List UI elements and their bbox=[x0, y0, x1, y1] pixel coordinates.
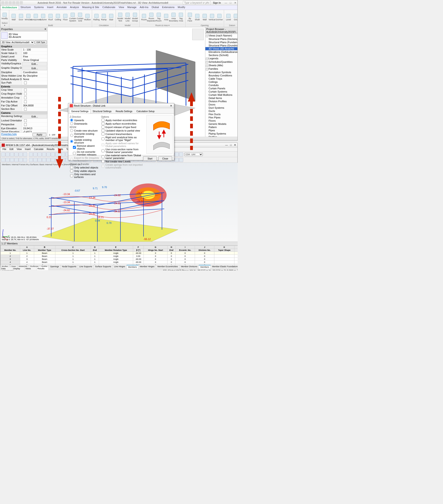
signin-label[interactable]: Sign In bbox=[213, 1, 221, 4]
tree-division-profiles[interactable]: Division Profiles bbox=[205, 100, 237, 103]
rel-check[interactable]: Export release of type fixed bbox=[101, 126, 145, 128]
model-text-button[interactable]: Model Text bbox=[117, 10, 124, 24]
create-radio[interactable]: Create new structure bbox=[70, 129, 100, 132]
ramp-button[interactable]: Ramp bbox=[100, 10, 107, 24]
toolbtn-rfem-tools2-9[interactable] bbox=[42, 158, 46, 162]
dialog-titlebar[interactable]: Revit Structure - Dlubal Link ✕ bbox=[68, 103, 174, 108]
instance-selector[interactable]: 3D View: Architekturmodell bbox=[1, 40, 34, 44]
menu-view[interactable]: View bbox=[15, 147, 23, 151]
menu-insert[interactable]: Insert bbox=[23, 147, 32, 151]
prop-far-clip-offset[interactable]: Far Clip Offset304,8000 bbox=[0, 104, 47, 107]
navtab-data[interactable]: Data bbox=[0, 267, 0, 269]
toolbtn-rfem-tools2-4[interactable] bbox=[19, 158, 23, 162]
tbltab-nodal-supports[interactable]: Nodal Supports bbox=[61, 265, 78, 269]
toolbtn-rfem-tools-38[interactable] bbox=[175, 152, 179, 157]
downwards-radio[interactable]: Downwards bbox=[70, 122, 100, 125]
tree-structural-plans-deckenpl-ne-[interactable]: Structural Plans (Deckenpläne) bbox=[205, 37, 237, 41]
tbltab-openings[interactable]: Openings bbox=[49, 265, 61, 269]
update-radio[interactable]: Update existing structure bbox=[70, 139, 100, 144]
room-separator-button[interactable]: Room Separator bbox=[148, 10, 155, 24]
tbltab-line-hinges[interactable]: Line Hinges bbox=[113, 265, 127, 269]
tree-flex-ducts[interactable]: Flex Ducts bbox=[205, 113, 237, 116]
csname-check[interactable]: Use cross-section name from 'Dlubal name… bbox=[101, 148, 145, 153]
floor-button[interactable]: Floor bbox=[62, 10, 69, 24]
window-button[interactable]: Window bbox=[25, 10, 32, 24]
railing-button[interactable]: Railing bbox=[93, 10, 100, 24]
tree-legends[interactable]: −Legends bbox=[205, 57, 237, 60]
prop-section-box[interactable]: Section Box bbox=[0, 107, 47, 111]
prop-discipline[interactable]: DisciplineCoordination bbox=[0, 71, 47, 74]
matname-check[interactable]: Use material name from 'Dlubal name' par… bbox=[101, 154, 145, 160]
component-button[interactable]: Component bbox=[32, 10, 39, 24]
tree-sheets-alle-[interactable]: −Sheets (Alle) bbox=[205, 64, 237, 67]
model-line-button[interactable]: Model Line bbox=[124, 10, 131, 24]
close-button[interactable]: Close bbox=[158, 156, 172, 161]
tbltab-member-divisions[interactable]: Member Divisions bbox=[179, 265, 199, 269]
tab-architecture[interactable]: Architecture bbox=[0, 5, 19, 10]
prop-parts-visibility[interactable]: Parts VisibilityShow Original bbox=[0, 58, 47, 62]
start-button[interactable]: Start bbox=[143, 156, 157, 161]
close-panel-icon[interactable]: ✕ bbox=[44, 28, 46, 31]
tree-detail-items[interactable]: Detail Items bbox=[205, 96, 237, 100]
tree-views-nach-namen-[interactable]: −Views (nach Namen) bbox=[205, 34, 237, 37]
tab-modify[interactable]: Modify bbox=[176, 5, 187, 10]
roof-button[interactable]: Roof bbox=[47, 10, 54, 24]
curtain-system-button[interactable]: Curtain System bbox=[69, 10, 76, 24]
prop-sun-path[interactable]: Sun Path bbox=[0, 81, 47, 85]
apply-button[interactable]: Apply bbox=[33, 133, 46, 136]
viewcube[interactable] bbox=[192, 29, 204, 40]
prop-scale-value-1-[interactable]: Scale Value 1:100 bbox=[0, 52, 47, 55]
toolbtn-rfem-tools-9[interactable] bbox=[42, 152, 46, 157]
menu-calculate[interactable]: Calculate bbox=[33, 147, 45, 151]
stair-button[interactable]: Stair bbox=[108, 10, 115, 24]
prop-crop-region-visible[interactable]: Crop Region Visible bbox=[0, 92, 47, 96]
tab-add-ins[interactable]: Add-Ins bbox=[138, 5, 150, 10]
toolbtn-rfem-tools2-5[interactable] bbox=[23, 158, 27, 162]
tree-flex-pipes[interactable]: Flex Pipes bbox=[205, 116, 237, 119]
toolbtn-rfem-tools2-10[interactable] bbox=[46, 158, 51, 162]
toolbtn-rfem-tools2-1[interactable] bbox=[5, 158, 10, 162]
tree-sections-schnitt-[interactable]: Sections (Schnitt) bbox=[205, 54, 237, 57]
dormer-button[interactable]: Dormer bbox=[216, 10, 223, 24]
tree-structural-plans-grundrisse-[interactable]: Structural Plans (Grundrisse) bbox=[205, 44, 237, 47]
tab-view[interactable]: View bbox=[117, 5, 126, 10]
toolbtn-rfem-tools-10[interactable] bbox=[46, 152, 51, 157]
toolbtn-rfem-tools-1[interactable] bbox=[5, 152, 10, 157]
tbltab-line-supports[interactable]: Line Supports bbox=[78, 265, 94, 269]
tree-doors[interactable]: Doors bbox=[205, 103, 237, 106]
tree-curtain-wall-mullions[interactable]: Curtain Wall Mullions bbox=[205, 93, 237, 96]
tree-curtain-systems[interactable]: Curtain Systems bbox=[205, 90, 237, 93]
ecc-s-check[interactable]: Apply surface eccentricities bbox=[101, 122, 145, 125]
tab-manage[interactable]: Manage bbox=[126, 5, 138, 10]
tbltab-members[interactable]: Members bbox=[199, 265, 211, 269]
prop-annotation-crop[interactable]: Annotation Crop bbox=[0, 96, 47, 100]
conn-check[interactable]: Connect lines/members bbox=[101, 132, 145, 135]
tag-room-button[interactable]: Tag Room bbox=[155, 10, 162, 24]
dlg-tab-results-settings[interactable]: Results Settings bbox=[113, 109, 134, 113]
prop-far-clip-active[interactable]: Far Clip Active bbox=[0, 100, 47, 104]
toolbtn-rfem-tools-7[interactable] bbox=[33, 152, 37, 157]
tab-dlubal[interactable]: Dlubal bbox=[150, 5, 160, 10]
curtain-grid-button[interactable]: Curtain Grid bbox=[77, 10, 84, 24]
rfem-min-icon[interactable]: — bbox=[225, 144, 228, 146]
members-table[interactable]: ABCDEFGHIJKLMNOMember No.Line No.Member … bbox=[0, 246, 238, 265]
close-icon[interactable]: ✕ bbox=[234, 1, 236, 4]
only-members-check[interactable]: Only members and surfaces bbox=[70, 173, 100, 178]
help-search-input[interactable] bbox=[183, 1, 211, 5]
by-face-button[interactable]: By Face bbox=[186, 10, 193, 24]
prop-detail-level[interactable]: Detail LevelFine bbox=[0, 55, 47, 58]
toolbtn-rfem-tools-6[interactable] bbox=[29, 152, 33, 157]
tree-generic-models[interactable]: Generic Models bbox=[205, 122, 237, 126]
tree-profiles[interactable]: Profiles bbox=[205, 135, 237, 137]
tree-elevations-geb-udeansicht-[interactable]: Elevations (Gebäudeansicht) bbox=[205, 50, 237, 54]
tree-cable-trays[interactable]: Cable Trays bbox=[205, 77, 237, 80]
toolbtn-rfem-tools-11[interactable] bbox=[51, 152, 55, 157]
prop-default-analysis-display-style[interactable]: Default Analysis Display StyleNone bbox=[0, 77, 47, 81]
tree-ceilings[interactable]: Ceilings bbox=[205, 80, 237, 84]
maximize-icon[interactable]: □ bbox=[229, 1, 232, 4]
tbltab-members[interactable]: Members bbox=[127, 265, 139, 269]
grid-button[interactable]: Grid bbox=[232, 10, 237, 24]
menu-edit[interactable]: Edit bbox=[8, 147, 15, 151]
toolbtn-rfem-tools-0[interactable] bbox=[1, 152, 5, 157]
app-menu-icon[interactable] bbox=[1, 1, 4, 4]
